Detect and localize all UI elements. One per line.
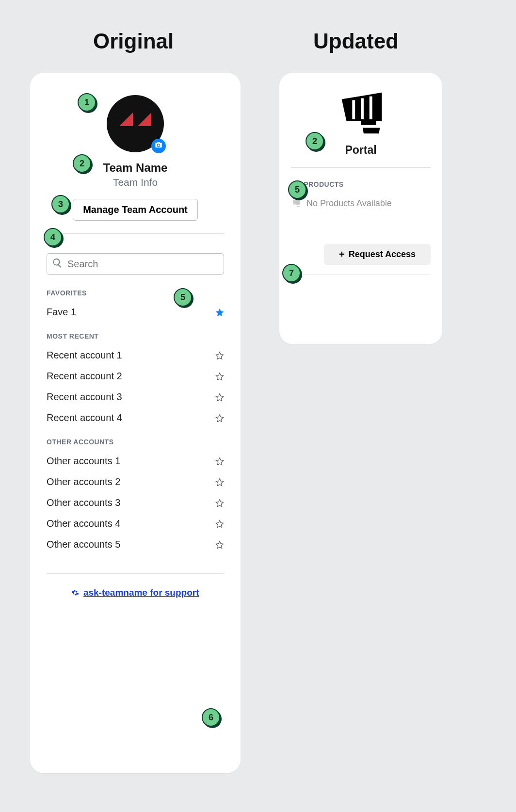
star-icon-filled[interactable] [215,308,224,317]
star-icon-outline[interactable] [215,393,224,402]
divider [291,167,431,168]
callout-bullet-5: 5 [288,180,306,199]
list-item-label: Other accounts 4 [47,518,120,529]
support-row: ask-teamname for support [47,587,224,599]
other-row[interactable]: Other accounts 2 [47,476,224,487]
divider [47,573,224,574]
star-icon-outline[interactable] [215,351,224,360]
other-accounts-section-label: OTHER ACCOUNTS [47,438,224,446]
no-products-row: No Products Available [291,198,431,209]
star-icon-outline[interactable] [215,457,224,466]
other-row[interactable]: Other accounts 1 [47,455,224,467]
original-panel: Team Name Team Info Manage Team Account … [30,73,241,773]
list-item-label: Recent account 3 [47,391,122,403]
divider [291,236,431,236]
request-access-button[interactable]: + Request Access [324,244,431,265]
heading-updated: Updated [313,29,399,53]
team-avatar[interactable] [107,95,164,152]
manage-team-account-button[interactable]: Manage Team Account [73,199,198,221]
recent-row[interactable]: Recent account 3 [47,391,224,403]
favorites-section-label: FAVORITES [47,289,224,297]
camera-icon [155,141,162,151]
list-item-label: Other accounts 2 [47,476,120,487]
most-recent-section-label: MOST RECENT [47,332,224,340]
list-item-label: Recent account 4 [47,412,122,423]
callout-bullet-1: 1 [78,93,96,112]
list-item-label: Other accounts 5 [47,539,120,550]
callout-bullet-2: 2 [306,132,324,150]
request-access-label: Request Access [349,249,416,260]
search-box[interactable] [47,253,224,275]
callout-bullet-2: 2 [73,154,91,173]
heading-original: Original [93,29,174,53]
svg-rect-0 [352,100,355,119]
callout-bullet-5: 5 [174,288,192,307]
change-avatar-button[interactable] [151,139,166,153]
other-row[interactable]: Other accounts 4 [47,518,224,529]
callout-bullet-3: 3 [51,195,70,213]
callout-bullet-4: 4 [44,228,62,246]
star-icon-outline[interactable] [215,520,224,528]
my-products-label: MY PRODUCTS [291,180,431,188]
list-item-label: Other accounts 1 [47,455,120,467]
star-icon-outline[interactable] [215,478,224,487]
no-products-text: No Products Available [306,198,392,209]
star-icon-outline[interactable] [215,499,224,507]
svg-rect-2 [370,97,372,119]
svg-rect-1 [361,98,364,119]
plus-icon: + [339,249,345,260]
gear-icon [71,590,81,598]
updated-panel: Portal MY PRODUCTS No Products Available… [279,73,442,344]
star-icon-outline[interactable] [215,540,224,549]
other-row[interactable]: Other accounts 3 [47,497,224,508]
star-icon-outline[interactable] [215,414,224,422]
favorite-row[interactable]: Fave 1 [47,307,224,318]
divider [47,233,224,234]
search-input[interactable] [66,258,219,270]
fist-logo-icon-small [291,198,302,209]
list-item-label: Other accounts 3 [47,497,120,508]
callout-bullet-7: 7 [282,264,301,282]
recent-row[interactable]: Recent account 1 [47,350,224,361]
page-root: Original Updated Team Name Team Info Man… [0,0,516,812]
fist-logo-icon [332,90,389,139]
list-item-label: Recent account 2 [47,371,122,382]
support-link[interactable]: ask-teamname for support [83,587,199,598]
star-icon-outline[interactable] [215,372,224,381]
recent-row[interactable]: Recent account 2 [47,371,224,382]
recent-row[interactable]: Recent account 4 [47,412,224,423]
other-row[interactable]: Other accounts 5 [47,539,224,550]
list-item-label: Fave 1 [47,307,76,318]
search-icon [52,258,66,270]
callout-bullet-6: 6 [202,708,220,727]
divider [291,275,431,275]
team-info: Team Info [47,177,224,188]
list-item-label: Recent account 1 [47,350,122,361]
